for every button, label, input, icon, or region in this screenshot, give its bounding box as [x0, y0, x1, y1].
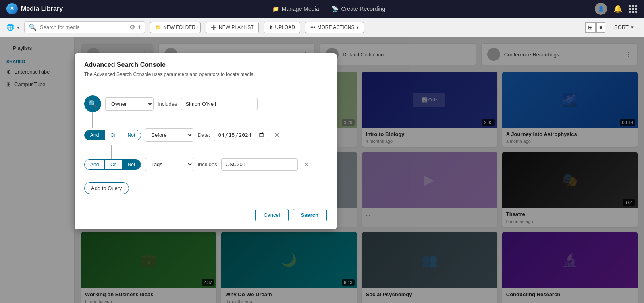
globe-icon: 🌐	[6, 23, 15, 31]
top-navigation: S Media Library 📁 Manage Media 📡 Create …	[0, 0, 644, 18]
apps-grid-icon[interactable]	[629, 5, 638, 13]
value-input-3[interactable]	[221, 158, 298, 171]
cancel-button[interactable]: Cancel	[255, 209, 288, 221]
create-recording-link[interactable]: 📡 Create Recording	[332, 6, 385, 12]
filter-icon[interactable]: ⚙	[129, 23, 135, 31]
more-actions-button[interactable]: ••• MORE ACTIONS ▾	[305, 22, 364, 33]
add-to-query-button[interactable]: Add to Query	[84, 182, 129, 194]
operator-group-3: And Or Not	[84, 159, 141, 170]
new-playlist-icon: ➕	[211, 25, 217, 30]
modal-overlay: Advanced Search Console The Advanced Sea…	[0, 37, 644, 303]
operator-label-1: Includes	[158, 101, 177, 107]
value-input-1[interactable]	[181, 98, 258, 110]
modal-divider-bottom	[75, 202, 337, 202]
new-folder-button[interactable]: 📁 NEW FOLDER	[150, 22, 201, 33]
modal-footer: Cancel Search	[84, 209, 327, 221]
manage-media-link[interactable]: 📁 Manage Media	[272, 6, 319, 12]
sort-chevron-icon: ▾	[631, 24, 634, 30]
toolbar: 🌐 ▾ 🔍 ⚙ ℹ 📁 NEW FOLDER ➕ NEW PLAYLIST ⬆ …	[0, 18, 644, 37]
op-not-3[interactable]: Not	[122, 160, 141, 169]
connector-line-1	[92, 112, 93, 128]
user-avatar[interactable]: 👤	[595, 3, 607, 15]
remove-row-3-button[interactable]: ✕	[302, 160, 311, 169]
query-row-3: And Or Not Tags Includes ✕	[84, 158, 327, 171]
chevron-down-icon: ▾	[356, 25, 359, 30]
globe-selector[interactable]: 🌐 ▾	[6, 23, 19, 31]
notifications-icon[interactable]: 🔔	[613, 4, 622, 13]
upload-button[interactable]: ⬆ UPLOAD	[264, 22, 300, 33]
record-icon: 📡	[332, 6, 339, 12]
advanced-search-modal: Advanced Search Console The Advanced Sea…	[75, 53, 337, 229]
logo-icon: S	[6, 3, 18, 14]
search-input[interactable]	[40, 24, 126, 30]
folder-icon: 📁	[272, 6, 279, 12]
upload-icon: ⬆	[269, 25, 273, 30]
app-logo[interactable]: S Media Library	[6, 3, 63, 14]
globe-label: ▾	[17, 25, 19, 30]
op-and-3[interactable]: And	[85, 160, 105, 169]
new-folder-icon: 📁	[155, 25, 161, 30]
param-select-3[interactable]: Tags	[145, 158, 193, 171]
search-button[interactable]: Search	[293, 209, 327, 221]
modal-divider-top	[75, 87, 337, 87]
list-view-button[interactable]: ≡	[596, 22, 605, 33]
create-recording-label: Create Recording	[341, 6, 385, 12]
query-search-icon: 🔍	[84, 95, 101, 112]
modal-title: Advanced Search Console	[84, 61, 327, 68]
operator-label-3: Includes	[197, 161, 217, 167]
main-layout: ≡ Playlists SHARED ⊕ EnterpriseTube ⊞ Ca…	[0, 37, 644, 303]
date-label-2: Date:	[197, 132, 210, 138]
search-icon: 🔍	[29, 23, 37, 31]
new-playlist-button[interactable]: ➕ NEW PLAYLIST	[206, 22, 259, 33]
modal-description: The Advanced Search Console uses paramet…	[84, 72, 327, 77]
param-select-2[interactable]: Before	[145, 128, 193, 142]
remove-row-2-button[interactable]: ✕	[272, 131, 282, 140]
operator-group-2: And Or Not	[84, 130, 141, 140]
more-actions-icon: •••	[310, 25, 316, 30]
query-row-1: 🔍 Owner Includes	[84, 95, 327, 112]
op-and-2[interactable]: And	[85, 130, 105, 140]
app-name: Media Library	[21, 5, 63, 12]
info-icon[interactable]: ℹ	[138, 23, 141, 31]
grid-view-button[interactable]: ⊞	[585, 22, 596, 33]
manage-media-label: Manage Media	[282, 6, 319, 12]
query-row-3-wrapper: And Or Not Tags Includes ✕	[84, 158, 327, 171]
param-select-1[interactable]: Owner	[105, 97, 154, 111]
date-input-2[interactable]	[214, 129, 268, 141]
sort-button[interactable]: SORT ▾	[610, 22, 638, 33]
nav-right: 👤 🔔	[595, 3, 638, 15]
nav-center: 📁 Manage Media 📡 Create Recording	[69, 6, 588, 12]
query-row-2-wrapper: And Or Not Before Date: ✕	[84, 128, 327, 142]
view-toggle: ⊞ ≡	[585, 22, 605, 33]
op-or-2[interactable]: Or	[105, 130, 122, 140]
op-or-3[interactable]: Or	[105, 160, 122, 169]
query-row-2: And Or Not Before Date: ✕	[84, 128, 327, 142]
op-not-2[interactable]: Not	[122, 130, 141, 140]
query-row-1-wrapper: 🔍 Owner Includes	[84, 95, 327, 112]
search-bar[interactable]: 🔍 ⚙ ℹ	[24, 21, 145, 33]
add-query-wrapper: Add to Query	[84, 182, 327, 194]
